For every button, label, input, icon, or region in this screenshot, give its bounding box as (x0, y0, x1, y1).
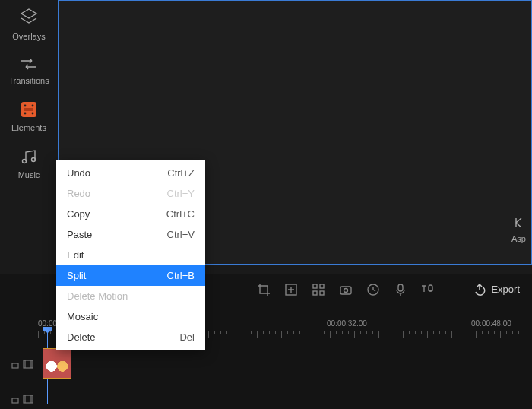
sidebar-item-transitions[interactable]: Transitions (0, 49, 58, 93)
camera-icon[interactable] (337, 281, 354, 298)
export-label: Export (491, 284, 520, 295)
export-button[interactable]: Export (473, 283, 524, 296)
svg-rect-9 (313, 284, 317, 288)
svg-rect-11 (313, 291, 317, 295)
svg-rect-12 (320, 291, 324, 295)
sidebar-item-label: Music (18, 170, 40, 179)
sidebar-item-elements[interactable]: Elements (0, 93, 58, 140)
menu-item-delete[interactable]: DeleteDel (56, 327, 205, 347)
music-icon (20, 147, 38, 166)
menu-item-redo: RedoCtrl+Y (56, 183, 205, 204)
aspect-ratio-button[interactable]: Asp (511, 216, 526, 243)
svg-point-3 (24, 113, 27, 115)
clock-icon[interactable] (365, 281, 382, 298)
mic-icon[interactable] (392, 281, 409, 298)
track-controls (0, 347, 38, 409)
svg-rect-18 (12, 363, 18, 368)
menu-item-delete-motion: Delete Motion (56, 286, 205, 306)
menu-item-split[interactable]: SplitCtrl+B (56, 265, 205, 286)
svg-rect-16 (398, 284, 403, 291)
svg-rect-10 (320, 284, 324, 288)
svg-rect-17 (429, 285, 432, 291)
overlays-icon (19, 8, 39, 27)
add-marker-icon[interactable] (283, 281, 299, 298)
aspect-label: Asp (511, 234, 526, 243)
svg-rect-13 (340, 287, 351, 294)
text-to-speech-icon[interactable] (420, 281, 436, 298)
svg-point-14 (344, 288, 348, 292)
film-icon[interactable] (23, 395, 33, 404)
grid-icon[interactable] (310, 281, 327, 298)
menu-item-mosaic[interactable]: Mosaic (56, 306, 205, 327)
sidebar-item-music[interactable]: Music (0, 140, 58, 187)
svg-rect-20 (12, 398, 18, 403)
crop-icon[interactable] (255, 281, 272, 298)
context-menu: UndoCtrl+Z RedoCtrl+Y CopyCtrl+C PasteCt… (56, 160, 205, 350)
film-icon[interactable] (23, 360, 33, 369)
menu-item-edit[interactable]: Edit (56, 245, 205, 265)
clip-thumbnail (43, 349, 71, 378)
transitions-icon (19, 56, 39, 71)
ruler-label: 00:00 (38, 319, 57, 328)
sidebar: Overlays Transitions Elements Music (0, 0, 58, 274)
ruler-label: 00:00:32.00 (327, 319, 367, 328)
svg-point-1 (24, 105, 27, 107)
export-icon (473, 283, 486, 296)
elements-icon (20, 100, 38, 119)
menu-item-paste[interactable]: PasteCtrl+V (56, 224, 205, 245)
svg-rect-5 (24, 108, 33, 111)
menu-item-copy[interactable]: CopyCtrl+C (56, 204, 205, 224)
sidebar-item-overlays[interactable]: Overlays (0, 0, 58, 49)
menu-item-undo[interactable]: UndoCtrl+Z (56, 163, 205, 183)
aspect-icon (512, 216, 526, 230)
lock-icon[interactable] (11, 395, 20, 404)
sidebar-item-label: Transitions (8, 76, 49, 85)
sidebar-item-label: Overlays (12, 32, 45, 41)
svg-point-2 (32, 105, 34, 107)
video-clip[interactable] (43, 348, 71, 379)
ruler-label: 00:00:48.00 (471, 319, 511, 328)
sidebar-item-label: Elements (11, 123, 46, 132)
svg-point-4 (32, 113, 34, 115)
lock-icon[interactable] (11, 360, 20, 369)
